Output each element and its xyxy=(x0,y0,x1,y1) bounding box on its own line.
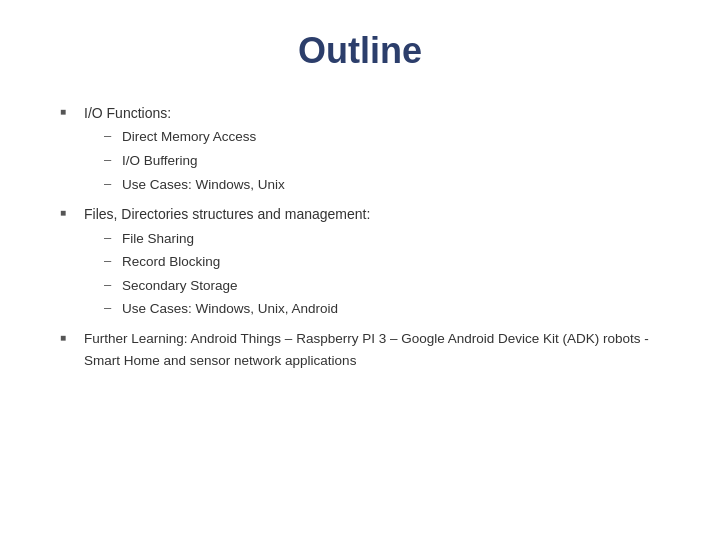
sub-item-use-cases-2: – Use Cases: Windows, Unix, Android xyxy=(104,298,660,320)
dash-4: – xyxy=(104,228,122,249)
dash-2: – xyxy=(104,150,122,171)
io-functions-label: I/O Functions: xyxy=(84,105,171,121)
dash-5: – xyxy=(104,251,122,272)
files-sub-list: – File Sharing – Record Blocking – Secon… xyxy=(104,228,660,320)
dash-1: – xyxy=(104,126,122,147)
sub-text-use-cases-1: Use Cases: Windows, Unix xyxy=(122,174,285,196)
io-sub-list: – Direct Memory Access – I/O Buffering –… xyxy=(104,126,660,195)
sub-item-file-sharing: – File Sharing xyxy=(104,228,660,250)
section-files: ■ Files, Directories structures and mana… xyxy=(60,203,660,322)
sub-text-record-blocking: Record Blocking xyxy=(122,251,220,273)
sub-item-record-blocking: – Record Blocking xyxy=(104,251,660,273)
section-files-label: Files, Directories structures and manage… xyxy=(84,203,660,322)
sub-item-buffering: – I/O Buffering xyxy=(104,150,660,172)
sub-text-buffering: I/O Buffering xyxy=(122,150,198,172)
page-title: Outline xyxy=(298,30,422,72)
dash-7: – xyxy=(104,298,122,319)
section-io-label: I/O Functions: – Direct Memory Access – … xyxy=(84,102,660,197)
sub-text-file-sharing: File Sharing xyxy=(122,228,194,250)
section-further: ■ Further Learning: Android Things – Ras… xyxy=(60,328,660,371)
sub-item-dma: – Direct Memory Access xyxy=(104,126,660,148)
files-label: Files, Directories structures and manage… xyxy=(84,206,370,222)
sub-text-dma: Direct Memory Access xyxy=(122,126,256,148)
content-area: ■ I/O Functions: – Direct Memory Access … xyxy=(60,102,660,371)
sub-text-use-cases-2: Use Cases: Windows, Unix, Android xyxy=(122,298,338,320)
bullet-icon-2: ■ xyxy=(60,205,76,221)
sub-text-secondary-storage: Secondary Storage xyxy=(122,275,238,297)
sub-item-use-cases-1: – Use Cases: Windows, Unix xyxy=(104,174,660,196)
sub-item-secondary-storage: – Secondary Storage xyxy=(104,275,660,297)
section-io-functions: ■ I/O Functions: – Direct Memory Access … xyxy=(60,102,660,197)
page: Outline ■ I/O Functions: – Direct Memory… xyxy=(0,0,720,540)
dash-6: – xyxy=(104,275,122,296)
bullet-icon-1: ■ xyxy=(60,104,76,120)
bullet-icon-3: ■ xyxy=(60,330,76,346)
dash-3: – xyxy=(104,174,122,195)
further-text: Further Learning: Android Things – Raspb… xyxy=(84,328,660,371)
